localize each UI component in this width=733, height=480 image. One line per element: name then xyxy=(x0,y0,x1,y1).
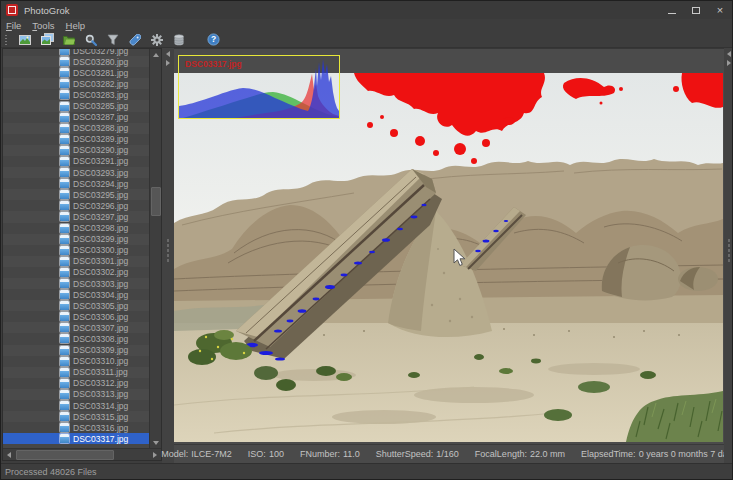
collapse-left-icon[interactable] xyxy=(166,51,170,57)
window-title: PhotoGrok xyxy=(24,5,69,16)
file-list-item[interactable]: DSC03294.jpg xyxy=(3,178,149,189)
database-button[interactable] xyxy=(168,32,190,47)
settings-button[interactable] xyxy=(146,32,168,47)
file-name: DSC03296.jpg xyxy=(73,201,128,211)
file-list-item[interactable]: DSC03302.jpg xyxy=(3,267,149,278)
file-list-item[interactable]: DSC03288.jpg xyxy=(3,123,149,134)
file-list-item[interactable]: DSC03299.jpg xyxy=(3,234,149,245)
filter-button[interactable] xyxy=(102,32,124,47)
histogram-filename-label: DSC03317.jpg xyxy=(185,59,242,69)
file-icon xyxy=(60,323,69,332)
file-icon xyxy=(60,135,69,144)
close-button[interactable]: × xyxy=(710,3,730,18)
search-button[interactable] xyxy=(80,32,102,47)
vertical-scrollbar-thumb[interactable] xyxy=(151,187,161,216)
splitter-left[interactable] xyxy=(162,48,174,463)
toolbar-drag-handle[interactable] xyxy=(4,34,8,46)
file-list-item[interactable]: DSC03285.jpg xyxy=(3,100,149,111)
collapse-right-icon[interactable] xyxy=(727,60,731,66)
file-name: DSC03317.jpg xyxy=(73,434,128,444)
chevron-right-icon xyxy=(153,452,157,458)
file-list-panel: DSC03279.jpgDSC03280.jpgDSC03281.jpgDSC0… xyxy=(2,48,162,461)
file-list-item[interactable]: DSC03305.jpg xyxy=(3,300,149,311)
title-bar[interactable]: PhotoGrok × xyxy=(1,1,733,19)
scroll-left-button[interactable] xyxy=(3,449,15,461)
file-list-item[interactable]: DSC03304.jpg xyxy=(3,289,149,300)
open-folder-button[interactable] xyxy=(58,32,80,47)
file-icon xyxy=(60,434,69,443)
file-list-item[interactable]: DSC03307.jpg xyxy=(3,322,149,333)
exif-field-label: FNumber: xyxy=(300,449,340,459)
file-list-item[interactable]: DSC03282.jpg xyxy=(3,78,149,89)
horizontal-scrollbar[interactable] xyxy=(3,448,161,460)
file-list-item[interactable]: DSC03291.jpg xyxy=(3,156,149,167)
file-list-item[interactable]: DSC03310.jpg xyxy=(3,356,149,367)
file-list-item[interactable]: DSC03308.jpg xyxy=(3,333,149,344)
menu-file[interactable]: File xyxy=(6,20,21,31)
search-icon xyxy=(85,34,97,46)
file-list-viewport: DSC03279.jpgDSC03280.jpgDSC03281.jpgDSC0… xyxy=(3,49,149,448)
minimize-icon xyxy=(668,13,676,14)
file-list-item[interactable]: DSC03317.jpg xyxy=(3,433,149,444)
menu-tools[interactable]: Tools xyxy=(32,20,54,31)
file-icon xyxy=(60,157,69,166)
collapse-right-icon[interactable] xyxy=(166,60,170,66)
exif-field-label: ElapsedTime: xyxy=(581,449,636,459)
menu-help[interactable]: Help xyxy=(66,20,86,31)
file-icon xyxy=(60,268,69,277)
file-list-item[interactable]: DSC03289.jpg xyxy=(3,134,149,145)
splitter-right[interactable] xyxy=(724,48,733,463)
photo-viewer[interactable]: DSC03317.jpg xyxy=(174,49,724,445)
image-panel: DSC03317.jpg Model:ILCE-7M2ISO:100FNumbe… xyxy=(174,48,724,463)
file-list-item[interactable]: DSC03309.jpg xyxy=(3,345,149,356)
file-list-item[interactable]: DSC03290.jpg xyxy=(3,145,149,156)
file-icon xyxy=(60,168,69,177)
scroll-right-button[interactable] xyxy=(149,449,161,461)
file-name: DSC03316.jpg xyxy=(73,423,128,433)
file-icon xyxy=(60,68,69,77)
open-image-button[interactable] xyxy=(14,32,36,47)
file-list-item[interactable]: DSC03311.jpg xyxy=(3,367,149,378)
tag-button[interactable] xyxy=(124,32,146,47)
file-list-item[interactable]: DSC03283.jpg xyxy=(3,89,149,100)
file-list-item[interactable]: DSC03312.jpg xyxy=(3,378,149,389)
file-icon xyxy=(60,179,69,188)
exif-bar: Model:ILCE-7M2ISO:100FNumber:11.0Shutter… xyxy=(174,444,724,463)
collapse-left-icon[interactable] xyxy=(727,51,731,57)
file-list-item[interactable]: DSC03301.jpg xyxy=(3,256,149,267)
file-list-item[interactable]: DSC03300.jpg xyxy=(3,245,149,256)
file-list-item[interactable]: DSC03287.jpg xyxy=(3,112,149,123)
splitter-grip[interactable] xyxy=(727,238,730,264)
file-list-item[interactable]: DSC03314.jpg xyxy=(3,400,149,411)
file-list-item[interactable]: DSC03313.jpg xyxy=(3,389,149,400)
scroll-up-button[interactable] xyxy=(150,49,162,60)
horizontal-scrollbar-thumb[interactable] xyxy=(16,450,114,460)
file-list-item[interactable]: DSC03279.jpg xyxy=(3,49,149,56)
file-name: DSC03293.jpg xyxy=(73,168,128,178)
exif-field: ElapsedTime:0 years 0 months 7 days xyxy=(581,449,733,459)
splitter-grip[interactable] xyxy=(167,238,170,264)
help-button[interactable]: ? xyxy=(202,32,224,47)
file-list-item[interactable]: DSC03296.jpg xyxy=(3,200,149,211)
browse-images-button[interactable] xyxy=(36,32,58,47)
file-list-item[interactable]: DSC03298.jpg xyxy=(3,223,149,234)
exif-field-value: 22.0 mm xyxy=(530,449,565,459)
file-icon xyxy=(60,290,69,299)
file-list-item[interactable]: DSC03303.jpg xyxy=(3,278,149,289)
file-name: DSC03304.jpg xyxy=(73,290,128,300)
file-icon xyxy=(60,224,69,233)
status-bar: Processed 48026 Files xyxy=(1,463,733,479)
file-list-item[interactable]: DSC03297.jpg xyxy=(3,211,149,222)
file-list-item[interactable]: DSC03280.jpg xyxy=(3,56,149,67)
vertical-scrollbar[interactable] xyxy=(149,49,161,448)
file-icon xyxy=(60,90,69,99)
file-list-item[interactable]: DSC03281.jpg xyxy=(3,67,149,78)
maximize-button[interactable] xyxy=(686,3,706,18)
minimize-button[interactable] xyxy=(662,3,682,18)
scroll-down-button[interactable] xyxy=(150,437,162,448)
file-list-item[interactable]: DSC03293.jpg xyxy=(3,167,149,178)
file-list-item[interactable]: DSC03295.jpg xyxy=(3,189,149,200)
file-list-item[interactable]: DSC03306.jpg xyxy=(3,311,149,322)
file-list-item[interactable]: DSC03316.jpg xyxy=(3,422,149,433)
file-list-item[interactable]: DSC03315.jpg xyxy=(3,411,149,422)
